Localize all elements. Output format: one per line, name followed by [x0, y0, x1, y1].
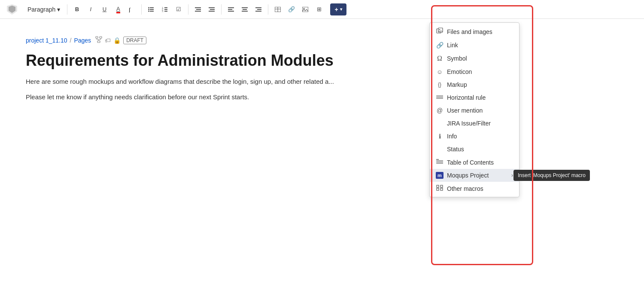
- divider-1: [67, 4, 67, 15]
- svg-rect-14: [196, 9, 201, 10]
- menu-item-horizontal-rule[interactable]: Horizontal rule: [430, 91, 519, 104]
- breadcrumb-pages[interactable]: Pages: [74, 37, 91, 44]
- moqups-icon: m: [436, 172, 444, 179]
- svg-rect-23: [243, 9, 247, 10]
- markup-label: Markup: [447, 81, 467, 88]
- menu-item-emoticon[interactable]: ☺ Emoticon: [430, 65, 519, 78]
- paragraph-label: Paragraph: [27, 6, 55, 13]
- menu-item-toc[interactable]: Table of Contents: [430, 156, 519, 169]
- info-icon: ℹ: [436, 133, 444, 140]
- more-button[interactable]: ⊞: [313, 3, 325, 15]
- menu-item-user-mention[interactable]: @ User mention: [430, 104, 519, 117]
- breadcrumb-actions: 🏷 🔒 DRAFT: [95, 36, 146, 44]
- svg-rect-27: [255, 11, 261, 12]
- body-paragraph-2: Please let me know if anything needs cla…: [26, 92, 343, 102]
- svg-point-1: [148, 7, 149, 8]
- emoticon-icon: ☺: [436, 68, 444, 75]
- label-icon-button[interactable]: 🏷: [105, 37, 111, 44]
- divider-4: [221, 4, 222, 15]
- markup-icon: {}: [436, 82, 444, 88]
- horizontal-rule-icon: [436, 94, 444, 101]
- horizontal-rule-label: Horizontal rule: [447, 94, 486, 101]
- moqups-chevron-icon: ›: [511, 172, 513, 178]
- breadcrumb: project 1_11.10 / Pages 🏷 🔒 DRAFT: [26, 36, 343, 44]
- link-label: Link: [447, 42, 458, 49]
- text-color-button[interactable]: A: [112, 3, 124, 15]
- menu-item-other-macros[interactable]: Other macros: [430, 182, 519, 195]
- svg-rect-33: [96, 37, 98, 38]
- svg-rect-22: [242, 7, 248, 8]
- link-menu-icon: 🔗: [436, 42, 444, 49]
- menu-item-link[interactable]: 🔗 Link: [430, 39, 519, 52]
- main-content: project 1_11.10 / Pages 🏷 🔒 DRAFT Requir…: [0, 19, 369, 125]
- svg-text:3.: 3.: [162, 10, 164, 12]
- bold-button[interactable]: B: [71, 3, 83, 15]
- files-images-icon: [436, 28, 444, 36]
- svg-rect-18: [209, 11, 215, 12]
- indent-button[interactable]: [206, 3, 218, 15]
- paragraph-chevron: ▾: [57, 6, 60, 13]
- menu-item-status[interactable]: Status: [430, 143, 519, 156]
- add-content-button[interactable]: + ▾: [330, 3, 346, 15]
- paragraph-dropdown[interactable]: Paragraph ▾: [24, 4, 64, 15]
- italic-button[interactable]: I: [85, 3, 97, 15]
- add-chevron: ▾: [340, 7, 342, 12]
- table-button[interactable]: [272, 3, 284, 15]
- align-left-button[interactable]: [225, 3, 237, 15]
- breadcrumb-separator: /: [70, 37, 72, 44]
- svg-rect-53: [440, 188, 443, 190]
- toc-label: Table of Contents: [447, 159, 494, 166]
- outdent-button[interactable]: [192, 3, 204, 15]
- svg-point-3: [148, 9, 149, 10]
- jira-label: JIRA Issue/Filter: [436, 120, 491, 127]
- svg-rect-10: [164, 9, 167, 10]
- toc-icon: [436, 159, 444, 166]
- formatting-button[interactable]: ∫: [126, 3, 138, 15]
- menu-item-symbol[interactable]: Ω Symbol: [430, 52, 519, 65]
- svg-rect-26: [257, 9, 261, 10]
- svg-rect-31: [302, 7, 308, 12]
- align-center-button[interactable]: [239, 3, 251, 15]
- insert-dropdown-menu: Files and images 🔗 Link Ω Symbol ☺ Emoti…: [429, 22, 519, 197]
- align-right-button[interactable]: [252, 3, 264, 15]
- image-button[interactable]: [299, 3, 311, 15]
- divider-3: [188, 4, 188, 15]
- svg-rect-50: [437, 185, 439, 187]
- underline-button[interactable]: U: [98, 3, 110, 15]
- draft-badge: DRAFT: [123, 37, 146, 44]
- symbol-label: Symbol: [447, 55, 467, 62]
- numbered-list-button[interactable]: 1.2.3.: [159, 3, 171, 15]
- svg-rect-12: [164, 11, 167, 12]
- breadcrumb-project[interactable]: project 1_11.10: [26, 37, 67, 44]
- divider-2: [141, 4, 142, 15]
- toolbar: Paragraph ▾ B I U A ∫ 1.2.3. ☑ 🔗: [0, 0, 644, 19]
- emoticon-label: Emoticon: [447, 68, 472, 75]
- svg-rect-16: [209, 7, 215, 8]
- other-macros-icon: [436, 185, 444, 192]
- page-title: Requirements for Administration Modules: [26, 51, 343, 70]
- svg-text:∫: ∫: [129, 7, 131, 12]
- body-paragraph-1: Here are some rough mockups and workflow…: [26, 77, 343, 87]
- menu-item-info[interactable]: ℹ Info: [430, 130, 519, 143]
- svg-rect-19: [228, 7, 234, 8]
- bullet-list-button[interactable]: [145, 3, 157, 15]
- moqups-label: Moqups Project: [447, 172, 489, 179]
- svg-rect-34: [100, 37, 102, 38]
- menu-item-files-images[interactable]: Files and images: [430, 24, 519, 39]
- svg-rect-25: [255, 7, 261, 8]
- user-mention-icon: @: [436, 107, 444, 114]
- lock-icon-button[interactable]: 🔒: [113, 37, 121, 44]
- menu-item-jira[interactable]: JIRA Issue/Filter: [430, 117, 519, 130]
- svg-rect-52: [437, 188, 439, 190]
- status-label: Status: [436, 146, 464, 153]
- svg-rect-24: [242, 11, 248, 12]
- link-button[interactable]: 🔗: [286, 3, 298, 15]
- menu-item-markup[interactable]: {} Markup: [430, 78, 519, 91]
- task-list-button[interactable]: ☑: [173, 3, 185, 15]
- menu-item-moqups[interactable]: m Moqups Project › Insert 'Moqups Projec…: [430, 169, 519, 182]
- add-label: +: [334, 6, 338, 13]
- tree-icon-button[interactable]: [95, 36, 102, 44]
- svg-point-42: [439, 29, 440, 30]
- svg-rect-4: [150, 9, 154, 10]
- svg-rect-13: [195, 7, 201, 8]
